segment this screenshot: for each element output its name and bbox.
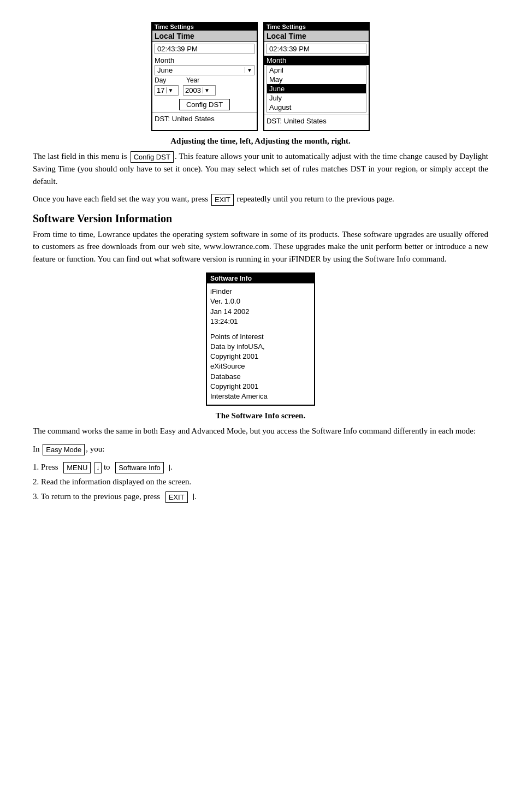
left-month-arrow[interactable]: ▼ bbox=[245, 67, 254, 73]
left-title-bar: Time Settings bbox=[152, 23, 257, 31]
left-screen: Time Settings Local Time 02:43:39 PM Mon… bbox=[151, 22, 258, 131]
software-title: Software Info bbox=[207, 274, 314, 283]
dropdown-may[interactable]: May bbox=[267, 75, 366, 84]
dropdown-june[interactable]: June bbox=[267, 84, 366, 93]
right-dst: DST: United States bbox=[264, 115, 369, 127]
left-year-select[interactable]: 2003 ▼ bbox=[183, 85, 216, 96]
software-line4: 13:24:01 bbox=[210, 317, 311, 327]
left-day-value: 17 bbox=[155, 86, 166, 95]
left-dst: DST: United States bbox=[152, 112, 257, 125]
software-line3: Jan 14 2002 bbox=[210, 307, 311, 317]
paragraph-1: The last field in this menu is Config DS… bbox=[33, 150, 488, 187]
software-screen-container: Software Info iFinder Ver. 1.0.0 Jan 14 … bbox=[33, 272, 488, 406]
caption-software: The Software Info screen. bbox=[33, 411, 488, 420]
menu-inline: MENU bbox=[63, 462, 91, 474]
software-line2: Ver. 1.0.0 bbox=[210, 297, 311, 306]
software-screen: Software Info iFinder Ver. 1.0.0 Jan 14 … bbox=[206, 272, 315, 406]
left-year-arrow[interactable]: ▼ bbox=[203, 87, 211, 93]
steps-list: 1. Press MENU ↓ to Software Info . 2. Re… bbox=[33, 461, 488, 503]
step-3: 3. To return to the previous page, press… bbox=[33, 490, 488, 503]
right-month-label: Month bbox=[264, 56, 369, 65]
dropdown-april[interactable]: April bbox=[267, 66, 366, 75]
exit-inline: EXIT bbox=[211, 194, 234, 206]
left-subtitle: Local Time bbox=[152, 31, 257, 42]
left-month-label: Month bbox=[152, 56, 257, 65]
right-time: 02:43:39 PM bbox=[267, 44, 366, 54]
left-config-container: Config DST bbox=[152, 99, 257, 110]
left-time: 02:43:39 PM bbox=[155, 44, 254, 54]
left-day-label: Day bbox=[155, 76, 182, 84]
dropdown-july[interactable]: July bbox=[267, 93, 366, 103]
dropdown-august[interactable]: August bbox=[267, 103, 366, 112]
right-screen: Time Settings Local Time 02:43:39 PM Mon… bbox=[263, 22, 370, 131]
left-day-year-labels: Day Year bbox=[155, 76, 254, 84]
left-config-btn[interactable]: Config DST bbox=[179, 99, 230, 110]
poi-line3: Copyright 2001 bbox=[210, 352, 311, 361]
left-year-label: Year bbox=[186, 76, 199, 84]
paragraph-4: The command works the same in both Easy … bbox=[33, 425, 488, 437]
software-content: iFinder Ver. 1.0.0 Jan 14 2002 13:24:01 … bbox=[207, 283, 314, 405]
easy-mode-inline: Easy Mode bbox=[43, 444, 85, 456]
exit-btn-inline: EXIT bbox=[165, 491, 188, 503]
paragraph-3: From time to time, Lowrance updates the … bbox=[33, 228, 488, 265]
poi-line2: Data by infoUSA, bbox=[210, 342, 311, 352]
software-info-inline: Software Info bbox=[115, 462, 164, 474]
software-poi: Points of Interest Data by infoUSA, Copy… bbox=[210, 332, 311, 401]
poi-line1: Points of Interest bbox=[210, 332, 311, 342]
left-day-arrow[interactable]: ▼ bbox=[166, 87, 174, 93]
left-month-select[interactable]: June ▼ bbox=[155, 65, 254, 75]
screenshots-row: Time Settings Local Time 02:43:39 PM Mon… bbox=[33, 22, 488, 131]
right-title-bar: Time Settings bbox=[264, 23, 369, 31]
step-1: 1. Press MENU ↓ to Software Info . bbox=[33, 461, 488, 473]
config-dst-inline: Config DST bbox=[131, 151, 174, 163]
section-heading: Software Version Information bbox=[33, 212, 488, 225]
right-dropdown-list[interactable]: April May June July August bbox=[267, 65, 366, 112]
left-day-year-values: 17 ▼ 2003 ▼ bbox=[155, 85, 254, 96]
caption-top: Adjusting the time, left, Adjusting the … bbox=[33, 137, 488, 146]
poi-line4: eXitSource bbox=[210, 361, 311, 371]
left-month-value: June bbox=[155, 66, 245, 75]
left-year-value: 2003 bbox=[183, 86, 203, 95]
step-2: 2. Read the information displayed on the… bbox=[33, 476, 488, 488]
poi-line7: Interstate America bbox=[210, 392, 311, 401]
software-line1: iFinder bbox=[210, 287, 311, 297]
paragraph-2: Once you have each field set the way you… bbox=[33, 193, 488, 205]
left-day-select[interactable]: 17 ▼ bbox=[155, 85, 179, 96]
in-mode-line: In Easy Mode, you: bbox=[33, 443, 488, 455]
right-subtitle: Local Time bbox=[264, 31, 369, 42]
poi-line6: Copyright 2001 bbox=[210, 382, 311, 392]
poi-line5: Database bbox=[210, 372, 311, 382]
